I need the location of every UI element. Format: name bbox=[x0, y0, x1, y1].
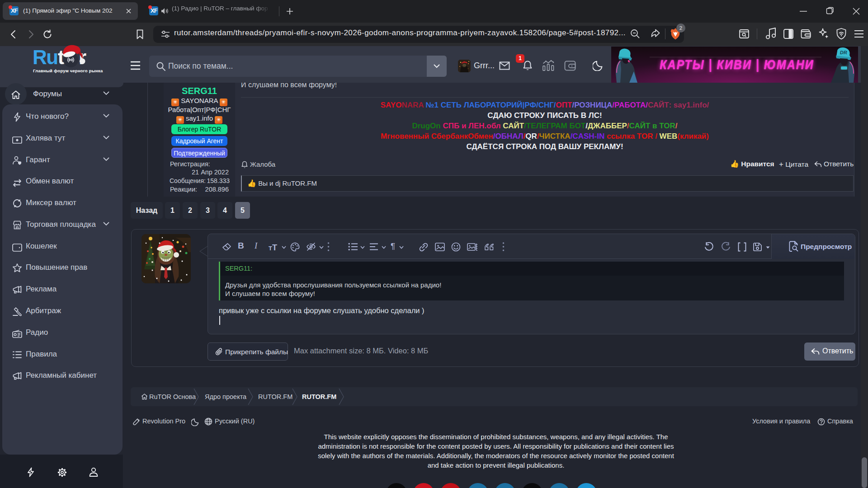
svg-text:DR: DR bbox=[840, 50, 848, 55]
